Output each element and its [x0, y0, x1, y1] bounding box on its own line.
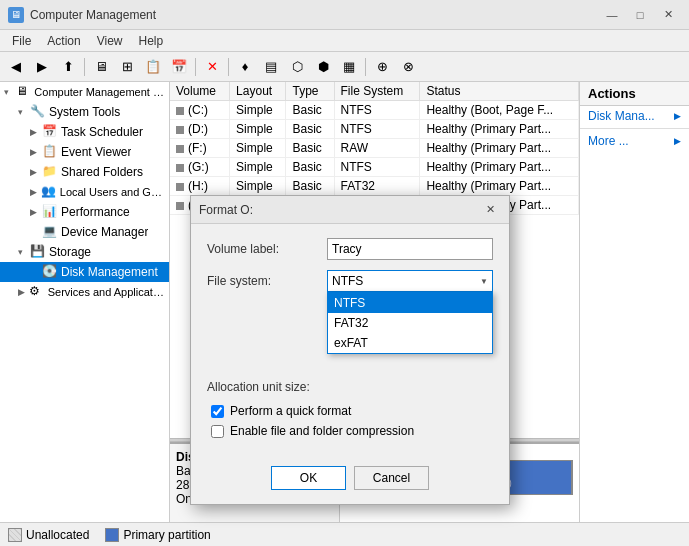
toolbar-forward[interactable]: ▶: [30, 55, 54, 79]
sidebar-item-system-tools[interactable]: ▾ 🔧 System Tools: [0, 102, 169, 122]
cancel-button[interactable]: Cancel: [354, 466, 429, 490]
table-row[interactable]: (D:) Simple Basic NTFS Healthy (Primary …: [170, 120, 579, 139]
folder-icon: 📁: [42, 164, 58, 180]
toolbar-up[interactable]: ⬆: [56, 55, 80, 79]
toolbar-btn10[interactable]: ⊕: [370, 55, 394, 79]
title-bar: 🖥 Computer Management — □ ✕: [0, 0, 689, 30]
toolbar-btn7[interactable]: ⬡: [285, 55, 309, 79]
sidebar-label: Computer Management (l...: [34, 86, 165, 98]
volume-label-input[interactable]: [327, 238, 493, 260]
file-system-trigger[interactable]: NTFS ▼: [327, 270, 493, 292]
cell-status: Healthy (Primary Part...: [420, 139, 579, 158]
cell-fs: NTFS: [334, 120, 420, 139]
compression-checkbox[interactable]: [211, 425, 224, 438]
quick-format-label: Perform a quick format: [230, 404, 351, 418]
dialog-title: Format O:: [199, 203, 253, 217]
toolbar-btn4[interactable]: 📅: [167, 55, 191, 79]
cell-type: Basic: [286, 158, 334, 177]
cell-layout: Simple: [230, 101, 286, 120]
toolbar-back[interactable]: ◀: [4, 55, 28, 79]
sidebar-item-performance[interactable]: ▶ 📊 Performance: [0, 202, 169, 222]
option-ntfs[interactable]: NTFS: [328, 293, 492, 313]
col-layout: Layout: [230, 82, 286, 101]
menu-view[interactable]: View: [89, 32, 131, 50]
cell-layout: Simple: [230, 120, 286, 139]
dialog-body: Volume label: File system: NTFS ▼ NTFS F…: [191, 224, 509, 458]
sidebar-item-event-viewer[interactable]: ▶ 📋 Event Viewer: [0, 142, 169, 162]
cell-volume: (F:): [170, 139, 230, 158]
sidebar-item-device-manager[interactable]: 💻 Device Manager: [0, 222, 169, 242]
compression-label: Enable file and folder compression: [230, 424, 414, 438]
cell-layout: Simple: [230, 177, 286, 196]
expand-arrow: ▶: [30, 187, 41, 197]
table-row[interactable]: (F:) Simple Basic RAW Healthy (Primary P…: [170, 139, 579, 158]
window-title: Computer Management: [30, 8, 156, 22]
toolbar-btn9[interactable]: ▦: [337, 55, 361, 79]
sidebar-label: Disk Management: [61, 265, 158, 279]
sidebar: ▾ 🖥 Computer Management (l... ▾ 🔧 System…: [0, 82, 170, 522]
toolbar-btn11[interactable]: ⊗: [396, 55, 420, 79]
quick-format-row: Perform a quick format: [207, 404, 493, 418]
toolbar-btn6[interactable]: ▤: [259, 55, 283, 79]
sidebar-item-services[interactable]: ▶ ⚙ Services and Applicatio...: [0, 282, 169, 302]
expand-icon: ▶: [674, 111, 681, 121]
sidebar-item-local-users[interactable]: ▶ 👥 Local Users and Gro...: [0, 182, 169, 202]
file-system-label: File system:: [207, 274, 327, 288]
computer-icon: 🖥: [16, 84, 32, 100]
action-label: Disk Mana...: [588, 109, 655, 123]
menu-action[interactable]: Action: [39, 32, 88, 50]
menu-file[interactable]: File: [4, 32, 39, 50]
action-disk-management[interactable]: Disk Mana... ▶: [580, 106, 689, 126]
dialog-close-button[interactable]: ✕: [479, 201, 501, 219]
minimize-button[interactable]: —: [599, 5, 625, 25]
action-separator: [580, 128, 689, 129]
services-icon: ⚙: [29, 284, 44, 300]
volume-label-control: [327, 238, 493, 260]
cell-layout: Simple: [230, 139, 286, 158]
toolbar-btn2[interactable]: ⊞: [115, 55, 139, 79]
file-system-value: NTFS: [332, 274, 363, 288]
scheduler-icon: 📅: [42, 124, 58, 140]
legend-unalloc-label: Unallocated: [26, 528, 89, 542]
option-fat32[interactable]: FAT32: [328, 313, 492, 333]
sidebar-label: Event Viewer: [61, 145, 131, 159]
maximize-button[interactable]: □: [627, 5, 653, 25]
col-status: Status: [420, 82, 579, 101]
actions-header: Actions: [580, 82, 689, 106]
dropdown-arrow-icon: ▼: [480, 277, 488, 286]
col-type: Type: [286, 82, 334, 101]
status-bar: Unallocated Primary partition: [0, 522, 689, 546]
table-row[interactable]: (G:) Simple Basic NTFS Healthy (Primary …: [170, 158, 579, 177]
sidebar-item-computer-management[interactable]: ▾ 🖥 Computer Management (l...: [0, 82, 169, 102]
cell-type: Basic: [286, 177, 334, 196]
toolbar-stop[interactable]: ✕: [200, 55, 224, 79]
expand-arrow: ▶: [30, 147, 42, 157]
file-system-row: File system: NTFS ▼ NTFS FAT32 exFAT: [207, 270, 493, 292]
quick-format-checkbox[interactable]: [211, 405, 224, 418]
toolbar-btn3[interactable]: 📋: [141, 55, 165, 79]
expand-arrow: ▾: [18, 107, 30, 117]
dialog-title-bar: Format O: ✕: [191, 196, 509, 224]
expand-arrow: ▾: [18, 247, 30, 257]
legend-primary-label: Primary partition: [123, 528, 210, 542]
close-button[interactable]: ✕: [655, 5, 681, 25]
sidebar-item-task-scheduler[interactable]: ▶ 📅 Task Scheduler: [0, 122, 169, 142]
legend-unallocated: Unallocated: [8, 528, 89, 542]
table-row[interactable]: (C:) Simple Basic NTFS Healthy (Boot, Pa…: [170, 101, 579, 120]
action-more[interactable]: More ... ▶: [580, 131, 689, 151]
sidebar-item-shared-folders[interactable]: ▶ 📁 Shared Folders: [0, 162, 169, 182]
toolbar-btn5[interactable]: ♦: [233, 55, 257, 79]
sidebar-label: Local Users and Gro...: [60, 186, 165, 198]
cell-fs: NTFS: [334, 101, 420, 120]
more-label: More ...: [588, 134, 629, 148]
toolbar-btn8[interactable]: ⬢: [311, 55, 335, 79]
sidebar-item-disk-management[interactable]: 💽 Disk Management: [0, 262, 169, 282]
ok-button[interactable]: OK: [271, 466, 346, 490]
sidebar-item-storage[interactable]: ▾ 💾 Storage: [0, 242, 169, 262]
toolbar-btn1[interactable]: 🖥: [89, 55, 113, 79]
table-row[interactable]: (H:) Simple Basic FAT32 Healthy (Primary…: [170, 177, 579, 196]
sidebar-label: Device Manager: [61, 225, 148, 239]
menu-help[interactable]: Help: [131, 32, 172, 50]
perf-icon: 📊: [42, 204, 58, 220]
option-exfat[interactable]: exFAT: [328, 333, 492, 353]
